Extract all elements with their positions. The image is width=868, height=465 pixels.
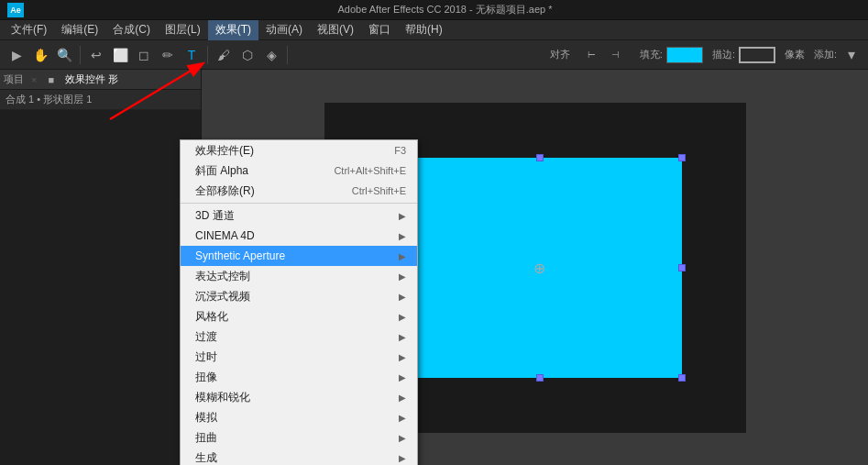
dropdown-transition-label: 过渡: [195, 329, 217, 345]
shape-layer[interactable]: ⊕: [398, 158, 682, 378]
dropdown-warp[interactable]: 扭曲 ▶: [181, 427, 417, 448]
dropdown-synthetic-aperture[interactable]: Synthetic Aperture ▶: [181, 246, 417, 266]
dropdown-time-old-arrow: ▶: [399, 352, 406, 362]
left-panel: 项目 × ■ 效果控件 形 合成 1 • 形状图层 1: [0, 70, 202, 465]
dropdown-bevel-alpha[interactable]: 斜面 Alpha Ctrl+Alt+Shift+E: [181, 161, 417, 181]
dropdown-blur-sharpen-arrow: ▶: [399, 393, 406, 403]
dropdown-time-old-label: 过时: [195, 349, 217, 365]
dropdown-3d-channel-arrow: ▶: [399, 211, 406, 221]
dropdown-transition-arrow: ▶: [399, 332, 406, 342]
tool-pen[interactable]: ✏: [157, 44, 179, 66]
tool-shape-rect[interactable]: ⬜: [109, 44, 131, 66]
handle-top-right[interactable]: [678, 154, 686, 161]
menu-edit[interactable]: 编辑(E): [54, 20, 105, 40]
panel-breadcrumb: 合成 1 • 形状图层 1: [0, 90, 201, 110]
title-bar: Ae Adobe After Effects CC 2018 - 无标题项目.a…: [0, 0, 868, 20]
add-btn[interactable]: ▾: [841, 44, 863, 66]
align-btn-1[interactable]: ⊢: [581, 44, 603, 66]
main-layout: 项目 × ■ 效果控件 形 合成 1 • 形状图层 1: [0, 70, 868, 465]
tool-zoom[interactable]: 🔍: [53, 44, 75, 66]
menu-window[interactable]: 窗口: [361, 20, 398, 40]
tool-stamp[interactable]: ⬡: [236, 44, 258, 66]
handle-top-middle[interactable]: [536, 154, 544, 161]
dropdown-transition[interactable]: 过渡 ▶: [181, 327, 417, 347]
pixel-label: 像素: [785, 48, 805, 61]
dropdown-remove-all-label: 全部移除(R): [195, 183, 255, 199]
dropdown-effect-controls-shortcut: F3: [394, 145, 406, 156]
toolbar-separator-1: [80, 46, 81, 64]
menu-bar: 文件(F) 编辑(E) 合成(C) 图层(L) 效果(T) 动画(A) 视图(V…: [0, 20, 868, 40]
toolbar: ▶ ✋ 🔍 ↩ ⬜ ◻ ✏ T 🖌 ⬡ ◈ 对齐 ⊢ ⊣ 填充: 描边: 像素 …: [0, 40, 868, 70]
panel-tabs: 项目 × ■ 效果控件 形: [0, 70, 201, 90]
red-arrow-svg: [0, 110, 202, 465]
dropdown-stylize[interactable]: 风格化 ▶: [181, 306, 417, 327]
dropdown-synthetic-aperture-arrow: ▶: [399, 251, 406, 261]
dropdown-divider-1: [181, 203, 417, 204]
dropdown-expression-control[interactable]: 表达式控制 ▶: [181, 266, 417, 286]
dropdown-effect-controls-label: 效果控件(E): [195, 143, 254, 159]
dropdown-immersive-video-arrow: ▶: [399, 292, 406, 302]
handle-bottom-right[interactable]: [678, 374, 686, 382]
menu-file[interactable]: 文件(F): [4, 20, 54, 40]
dropdown-remove-all[interactable]: 全部移除(R) Ctrl+Shift+E: [181, 181, 417, 201]
menu-help[interactable]: 帮助(H): [398, 20, 450, 40]
dropdown-warp-arrow: ▶: [399, 433, 406, 443]
stroke-color-box[interactable]: [739, 47, 775, 63]
dropdown-simulate[interactable]: 模拟 ▶: [181, 407, 417, 427]
app-logo: Ae: [7, 3, 24, 17]
dropdown-simulate-label: 模拟: [195, 410, 217, 426]
panel-content: [0, 110, 201, 465]
dropdown-bevel-alpha-shortcut: Ctrl+Alt+Shift+E: [334, 165, 406, 176]
dropdown-expression-control-arrow: ▶: [399, 271, 406, 282]
panel-tab-project[interactable]: 项目: [4, 72, 24, 86]
add-label: 添加:: [814, 48, 837, 61]
tool-text[interactable]: T: [181, 44, 203, 66]
handle-middle-right[interactable]: [678, 264, 686, 271]
tool-eraser[interactable]: ◈: [260, 44, 282, 66]
dropdown-effect-controls[interactable]: 效果控件(E) F3: [181, 140, 417, 161]
dropdown-stylize-arrow: ▶: [399, 312, 406, 322]
menu-composition[interactable]: 合成(C): [105, 20, 158, 40]
dropdown-synthetic-aperture-label: Synthetic Aperture: [195, 249, 285, 262]
menu-effect[interactable]: 效果(T): [208, 20, 258, 40]
tool-undo[interactable]: ↩: [85, 44, 107, 66]
dropdown-distort-arrow: ▶: [399, 372, 406, 382]
fill-color-box[interactable]: [666, 47, 703, 63]
dropdown-warp-label: 扭曲: [195, 430, 217, 446]
align-label: 对齐: [550, 48, 570, 61]
dropdown-distort-label: 扭像: [195, 370, 217, 385]
stroke-label: 描边:: [712, 48, 735, 61]
center-crosshair: ⊕: [533, 259, 545, 276]
menu-view[interactable]: 视图(V): [310, 20, 361, 40]
dropdown-time-old[interactable]: 过时 ▶: [181, 347, 417, 367]
dropdown-3d-channel[interactable]: 3D 通道 ▶: [181, 205, 417, 226]
toolbar-right-area: 对齐 ⊢ ⊣ 填充: 描边: 像素 添加: ▾: [550, 44, 863, 66]
dropdown-cinema4d-label: CINEMA 4D: [195, 229, 255, 242]
dropdown-immersive-video[interactable]: 沉浸式视频 ▶: [181, 286, 417, 306]
dropdown-stylize-label: 风格化: [195, 309, 228, 325]
dropdown-generate-arrow: ▶: [399, 453, 406, 463]
dropdown-generate[interactable]: 生成 ▶: [181, 448, 417, 465]
menu-animation[interactable]: 动画(A): [258, 20, 310, 40]
dropdown-blur-sharpen-label: 模糊和锐化: [195, 390, 250, 405]
tool-shape2[interactable]: ◻: [133, 44, 155, 66]
dropdown-generate-label: 生成: [195, 450, 217, 466]
panel-tab-effects[interactable]: 效果控件 形: [65, 72, 118, 86]
dropdown-cinema4d-arrow: ▶: [399, 231, 406, 241]
dropdown-blur-sharpen[interactable]: 模糊和锐化 ▶: [181, 387, 417, 407]
toolbar-separator-3: [287, 46, 288, 64]
align-btn-2[interactable]: ⊣: [605, 44, 627, 66]
fill-label: 填充:: [640, 48, 663, 61]
dropdown-cinema4d[interactable]: CINEMA 4D ▶: [181, 226, 417, 246]
menu-layer[interactable]: 图层(L): [158, 20, 208, 40]
title-bar-text: Adobe After Effects CC 2018 - 无标题项目.aep …: [29, 3, 861, 17]
dropdown-distort[interactable]: 扭像 ▶: [181, 367, 417, 387]
dropdown-remove-all-shortcut: Ctrl+Shift+E: [352, 185, 406, 196]
tool-brush[interactable]: 🖌: [213, 44, 235, 66]
tool-select[interactable]: ▶: [5, 44, 27, 66]
dropdown-simulate-arrow: ▶: [399, 413, 406, 423]
dropdown-expression-control-label: 表达式控制: [195, 269, 250, 284]
handle-bottom-middle[interactable]: [536, 374, 544, 382]
tool-hand[interactable]: ✋: [29, 44, 51, 66]
dropdown-bevel-alpha-label: 斜面 Alpha: [195, 163, 248, 179]
